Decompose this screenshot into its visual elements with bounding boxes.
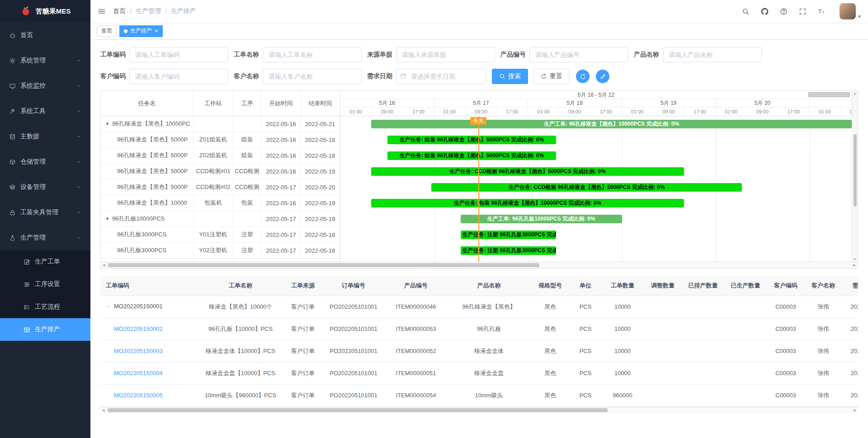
edit-button[interactable] (596, 70, 609, 83)
sidebar-item-fixtures[interactable]: 工装夹具管理 (0, 200, 90, 225)
gantt-task-row[interactable]: 96孔孔板3000PCS Y03注塑机 注塑 2022-05-17 2022-0… (101, 259, 340, 262)
table-horizontal-scrollbar[interactable]: ◀ ▶ (100, 407, 858, 413)
fullscreen-icon[interactable] (799, 8, 807, 15)
font-size-icon[interactable]: TT (818, 8, 826, 15)
gantt-task-row[interactable]: 96孔移液盒【黑色】5000P CCD检测#02 CCD检测 2022-05-1… (101, 179, 340, 195)
order-cell-order_no: PO202205101001 (322, 384, 385, 406)
gantt-bar-order[interactable]: 生产工单: 96孔移液盒【黑色】10000PCS 完成比例: 0% (371, 120, 852, 128)
github-icon[interactable] (761, 8, 769, 15)
order-code-link[interactable]: MO202205150004 (114, 370, 163, 377)
hamburger-icon[interactable] (98, 7, 106, 15)
order-row[interactable]: MO20220515000296孔孔板【10000】PCS客户订单PO20220… (100, 318, 858, 340)
order-cell-extra: 202 (842, 318, 858, 340)
sidebar-item-system-admin[interactable]: 系统管理 (0, 48, 90, 73)
gantt-bar-task[interactable]: 生产任务: 包装 96孔移液盒【黑色】10000PCS 完成比例: 0% (371, 199, 684, 207)
sidebar-item-master-data[interactable]: 主数据 (0, 124, 90, 149)
breadcrumb-item[interactable]: 首页 (113, 7, 126, 15)
work-order-code-input[interactable] (129, 47, 228, 62)
order-cell-source: 客户订单 (283, 340, 322, 362)
search-icon[interactable] (742, 8, 750, 15)
gantt-bar-order[interactable]: 生产工单: 96孔孔板10000PCS 完成比例: 0% (461, 215, 622, 223)
timeline-range-label: 5月 16 - 5月 22 (578, 92, 614, 98)
help-icon[interactable] (780, 8, 788, 15)
order-code-link[interactable]: MO202205150002 (114, 325, 163, 332)
scroll-left-arrow-icon[interactable]: ◀ (102, 409, 104, 412)
demand-date-input[interactable] (396, 69, 486, 84)
sidebar-item-warehouse[interactable]: 仓储管理 (0, 149, 90, 174)
gantt-bar-task[interactable]: 生产任务: 组装 96孔移液盒【黑色】5000PCS 完成比例: 0% (387, 151, 557, 160)
order-cell-spec: 黑色 (531, 362, 570, 384)
hour-label: 09:00 (372, 108, 403, 116)
sidebar-item-process-settings[interactable]: 工序设置 (0, 273, 90, 296)
work-order-name-input[interactable] (263, 47, 362, 62)
gantt-bar-task[interactable]: 生产任务: CCD检测 96孔移液盒【黑色】5000PCS 完成比例: 0% (371, 167, 684, 176)
gantt-bar-task[interactable]: 生产任务: 注塑 96孔孔板3000PCS 完成比例: 0% (461, 231, 557, 239)
sidebar-item-home[interactable]: 首页 (0, 23, 90, 48)
tab-home[interactable]: 首页 (97, 25, 117, 37)
timeline-scroll-widget[interactable] (808, 92, 850, 97)
day-label: 5月 19 (622, 99, 716, 107)
gantt-column-header: 工作站 (193, 91, 233, 116)
order-code-link[interactable]: MO202205150005 (114, 392, 163, 399)
gantt-horizontal-scrollbar[interactable]: ◀ ▶ (101, 262, 858, 268)
scroll-right-arrow-icon[interactable]: ▶ (854, 409, 856, 412)
order-cell-customer_code: C00003 (767, 362, 805, 384)
scroll-right-arrow-icon[interactable]: ▶ (854, 264, 856, 267)
user-avatar[interactable]: ▾ (840, 3, 861, 19)
customer-name-input[interactable] (263, 69, 362, 84)
order-row[interactable]: MO202205150004移液盒盒盖【10000】PCS客户订单PO20220… (100, 362, 858, 384)
sidebar-item-system-monitor[interactable]: 系统监控 (0, 73, 90, 99)
scroll-thumb[interactable] (108, 263, 539, 267)
order-cell-qty: 10000 (601, 296, 644, 318)
gantt-bar-task[interactable]: 生产任务: 组装 96孔移液盒【黑色】5000PCS 完成比例: 0% (387, 136, 557, 144)
sidebar-item-process-flow[interactable]: 工艺流程 (0, 296, 90, 318)
scroll-left-arrow-icon[interactable]: ◀ (103, 264, 105, 267)
gantt-task-row[interactable]: 96孔孔板3000PCS Y02注塑机 注塑 2022-05-17 2022-0… (101, 243, 340, 259)
gantt-task-row[interactable]: 96孔移液盒【黑色】5000P Z02组装机 组装 2022-05-16 202… (101, 148, 340, 164)
order-row[interactable]: MO202205150001移液盒【黑色】10000个客户订单PO2022051… (100, 296, 858, 318)
gantt-task-row[interactable]: ▼96孔移液盒【黑色】10000PC 2022-05-16 2022-05-21 (101, 116, 340, 132)
scroll-up-arrow-icon[interactable]: ▲ (854, 92, 857, 95)
order-row[interactable]: MO202205150003移液盒盒体【10000】PCS客户订单PO20220… (100, 340, 858, 362)
collapse-triangle-icon[interactable]: ▼ (105, 217, 109, 221)
orders-col-qty: 工单数量 (601, 276, 644, 296)
order-code-link[interactable]: MO202205150003 (114, 348, 163, 354)
close-icon[interactable]: × (155, 28, 158, 34)
gantt-task-row[interactable]: 96孔移液盒【黑色】5000P CCD检测#01 CCD检测 2022-05-1… (101, 164, 340, 179)
refresh-button[interactable] (576, 70, 590, 83)
order-cell-extra: 202 (842, 362, 858, 384)
scroll-down-arrow-icon[interactable]: ▼ (854, 258, 857, 261)
order-cell-produced_qty (724, 340, 767, 362)
tab-scheduling[interactable]: 生产排产 × (119, 25, 163, 37)
gantt-task-row[interactable]: ▼96孔孔板10000PCS 2022-05-17 2022-05-19 (101, 211, 340, 227)
search-button[interactable]: 搜索 (492, 69, 528, 84)
expand-chevron-icon[interactable] (106, 304, 114, 311)
collapse-triangle-icon[interactable]: ▼ (105, 122, 109, 126)
hour-label: 09:00 (747, 108, 778, 116)
gantt-task-row[interactable]: 96孔移液盒【黑色】5000P Z01组装机 组装 2022-05-16 202… (101, 132, 340, 148)
sidebar-item-work-order[interactable]: 生产工单 (0, 250, 90, 273)
product-name-input[interactable] (663, 47, 762, 62)
search-icon (499, 73, 505, 80)
app-logo[interactable]: 苦糖果MES (0, 0, 90, 23)
active-tab-dot (124, 29, 127, 33)
sidebar-item-equipment[interactable]: 设备管理 (0, 174, 90, 200)
source-doc-input[interactable] (396, 47, 495, 62)
scroll-thumb[interactable] (108, 408, 608, 412)
gantt-task-row[interactable]: 96孔移液盒【黑色】10000 包装机 包装 2022-05-16 2022-0… (101, 195, 340, 211)
gantt-task-row[interactable]: 96孔孔板3000PCS Y01注塑机 注塑 2022-05-17 2022-0… (101, 227, 340, 243)
avatar-image (840, 3, 856, 19)
sidebar-item-production[interactable]: 生产管理 (0, 225, 90, 250)
order-row[interactable]: MO20220515000510mm吸头【960000】PCS客户订单PO202… (100, 384, 858, 406)
order-code-link[interactable]: MO202205150001 (114, 303, 163, 310)
product-code-input[interactable] (529, 47, 628, 62)
scroll-thumb[interactable] (854, 134, 857, 207)
gantt-vertical-scrollbar[interactable]: ▲ ▼ (852, 91, 858, 262)
breadcrumb-item[interactable]: 生产管理 (136, 7, 161, 15)
reset-button[interactable]: 重置 (533, 69, 570, 84)
order-cell-product_name: 10mm吸头 (447, 384, 531, 406)
customer-code-input[interactable] (129, 69, 228, 84)
sidebar-item-scheduling[interactable]: 生产排产 (0, 318, 90, 341)
sidebar-item-system-tools[interactable]: 系统工具 (0, 99, 90, 124)
gantt-bar-task[interactable]: 生产任务: 注塑 96孔孔板3000PCS 完成比例: 0% (461, 246, 557, 255)
